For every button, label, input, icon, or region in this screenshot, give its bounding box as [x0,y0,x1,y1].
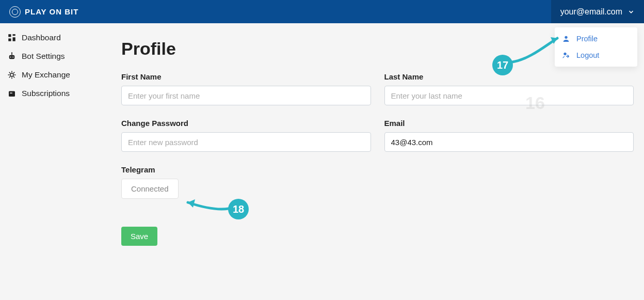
dropdown-logout-label: Logout [576,51,599,59]
sidebar-item-label: Dashboard [22,33,61,42]
last-name-group: Last Name [384,72,634,105]
first-name-label: First Name [121,72,371,81]
sidebar-item-label: Bot Settings [22,52,65,61]
email-label: Email [384,119,634,128]
logout-icon [562,51,570,59]
email-input[interactable] [384,132,634,152]
svg-point-10 [11,52,12,53]
last-name-label: Last Name [384,72,634,81]
dropdown-item-logout[interactable]: Logout [555,47,637,64]
sidebar-item-dashboard[interactable]: Dashboard [0,28,103,47]
sidebar-item-label: Subscriptions [22,89,70,98]
sidebar-item-label: My Exchange [22,70,70,80]
annotation-16-ghost: 16 [525,93,545,113]
save-button[interactable]: Save [121,227,157,246]
telegram-group: Telegram Connected [121,165,371,199]
brand-logo-icon [9,6,21,18]
sidebar: Dashboard Bot Settings My Exchange Subsc… [0,23,103,300]
brand-text: PLAY ON BIT [25,7,78,16]
brand: PLAY ON BIT [9,6,78,18]
svg-rect-2 [8,34,11,37]
subscriptions-icon [7,89,17,98]
dropdown-profile-label: Profile [576,35,598,43]
telegram-label: Telegram [121,165,371,174]
sidebar-item-my-exchange[interactable]: My Exchange [0,66,103,84]
svg-rect-3 [13,34,15,36]
svg-rect-6 [9,55,15,59]
user-email: your@email.com [560,7,622,17]
svg-point-0 [565,36,567,39]
exchange-icon [7,70,17,80]
svg-rect-4 [13,37,15,41]
robot-icon [7,52,17,61]
dashboard-icon [7,33,17,42]
svg-point-7 [10,56,11,57]
top-navbar: PLAY ON BIT your@email.com [0,0,644,23]
password-label: Change Password [121,119,371,128]
password-input[interactable] [121,132,371,152]
sidebar-item-subscriptions[interactable]: Subscriptions [0,84,103,103]
svg-point-1 [564,53,566,55]
dropdown-item-profile[interactable]: Profile [555,30,637,47]
first-name-group: First Name [121,72,371,105]
telegram-status[interactable]: Connected [121,179,179,199]
svg-point-8 [12,56,13,57]
user-menu-trigger[interactable]: your@email.com [551,0,644,23]
svg-rect-5 [8,39,11,41]
email-group: Email [384,119,634,152]
sidebar-item-bot-settings[interactable]: Bot Settings [0,47,103,66]
svg-rect-13 [10,93,12,94]
last-name-input[interactable] [384,86,634,105]
annotation-badge-18: 18 [228,199,249,219]
annotation-badge-17: 17 [492,55,513,75]
user-icon [562,35,570,43]
user-dropdown-menu: Profile Logout [555,27,637,67]
first-name-input[interactable] [121,86,371,105]
svg-rect-12 [9,91,15,97]
password-group: Change Password [121,119,371,152]
svg-point-11 [10,73,13,76]
chevron-down-icon [627,8,635,15]
